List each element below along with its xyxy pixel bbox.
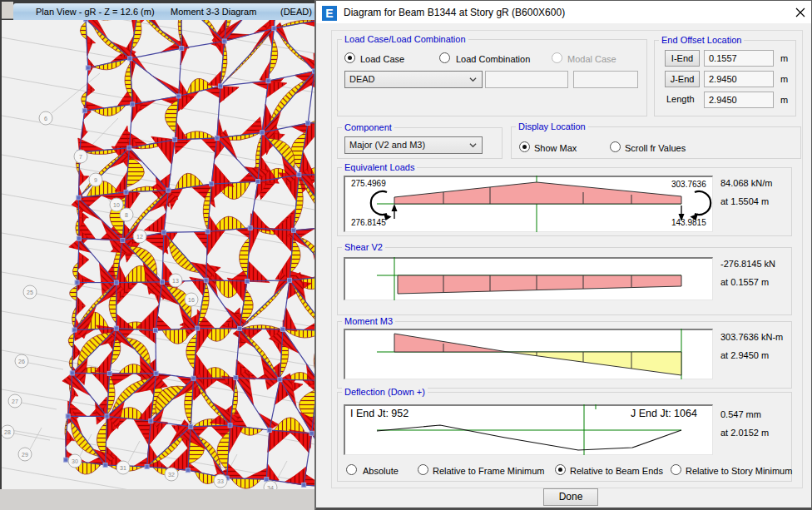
svg-text:27: 27	[12, 399, 18, 404]
svg-text:7: 7	[79, 154, 82, 160]
svg-text:13: 13	[172, 278, 179, 284]
svg-text:9: 9	[94, 177, 97, 183]
svg-text:8: 8	[125, 212, 128, 218]
svg-text:31: 31	[120, 465, 126, 471]
svg-text:28: 28	[4, 429, 11, 435]
svg-text:6: 6	[44, 116, 47, 121]
svg-text:30: 30	[72, 458, 78, 464]
svg-text:12: 12	[136, 234, 143, 240]
svg-text:25: 25	[27, 290, 33, 295]
svg-text:32: 32	[168, 472, 175, 478]
svg-text:16: 16	[188, 297, 195, 303]
svg-text:29: 29	[22, 452, 28, 458]
svg-text:10: 10	[113, 202, 120, 208]
svg-text:26: 26	[18, 359, 25, 364]
svg-text:33: 33	[217, 478, 224, 484]
